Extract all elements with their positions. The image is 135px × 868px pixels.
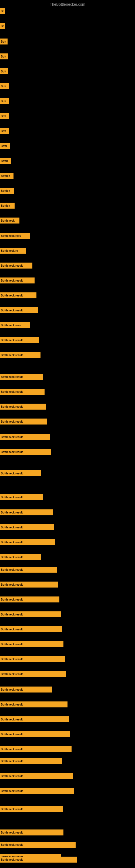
bar-item: Bottleneck resu: [0, 322, 30, 328]
bar-item: Bottleneck result: [0, 731, 70, 737]
bar-item: Bottleneck result: [0, 611, 61, 617]
bar-label: Bottlen: [1, 204, 10, 207]
bar-label: Bottleneck result: [1, 436, 23, 439]
bars-container: [0, 5, 135, 8]
bar-label: Bottleneck result: [1, 658, 23, 661]
bar-label: Bottleneck result: [1, 375, 23, 378]
bar-label: Bottleneck result: [1, 405, 23, 408]
bar-item: Bottleneck result: [0, 626, 62, 632]
bar-label: Bo: [1, 25, 4, 28]
bar-item: Bottleneck result: [0, 686, 52, 692]
bar-item: Bottleneck result: [0, 494, 43, 500]
bar-item: Bott: [0, 68, 8, 74]
bar-label: Bottleneck result: [1, 613, 23, 616]
bar-label: Bottleneck result: [1, 390, 23, 393]
bar-label: Bottleneck result: [1, 808, 23, 811]
bar-item: Bottleneck result: [0, 596, 59, 602]
bar-item: Bottleneck result: [0, 524, 54, 530]
bar-item: Bottleneck result: [0, 788, 74, 794]
bar-label: Bottleneck result: [1, 294, 23, 297]
bar-item: Bottleneck result: [0, 641, 63, 647]
bar-label: Bottleneck resu: [1, 235, 21, 237]
bar-label: Bottleneck result: [1, 309, 23, 312]
bar-item: Bottleneck result: [0, 449, 51, 455]
bar-label: Bottleneck result: [1, 279, 23, 282]
bar-label: Bottleneck result: [1, 688, 23, 691]
bar-item: Bottleneck result: [0, 292, 37, 299]
bar-label: Bottleneck: [1, 219, 14, 222]
bar-label: Bottleneck result: [1, 789, 23, 793]
bar-item: Bottleneck result: [0, 656, 65, 662]
bar-label: Bottleneck result: [1, 451, 23, 454]
bar-label: Bottleneck result: [1, 748, 23, 751]
bar-label: Bottleneck result: [1, 526, 23, 529]
bar-label: Bottleneck result: [1, 496, 23, 499]
bar-item: Bo: [0, 23, 5, 29]
bar-label: Bottleneck result: [1, 420, 23, 423]
bar-item: Bottleneck result: [0, 404, 46, 410]
bar-label: Bott: [1, 130, 6, 133]
bar-label: Bottleneck result: [1, 583, 23, 586]
bar-item: Bottleneck result: [0, 758, 62, 764]
bar-label: Bottleneck result: [1, 703, 23, 706]
bar-item: Bottleneck result: [0, 746, 72, 752]
bar-label: Bottleneck result: [1, 541, 23, 544]
bar-label: Bottleneck result: [1, 733, 23, 736]
bar-label: Bott: [1, 85, 6, 88]
bar-label: Bottle: [1, 159, 8, 162]
bar-item: Bottleneck result: [0, 702, 68, 707]
bar-item: Bottleneck result: [0, 554, 41, 560]
bar-label: Bottleneck result: [1, 568, 23, 571]
bar-label: Bottleneck re: [1, 249, 18, 252]
bar-label: Bottleneck result: [1, 858, 23, 861]
bar-item: Bottleneck result: [0, 262, 32, 269]
bar-item: Bottleneck result: [0, 470, 41, 476]
bar-item: Bott: [0, 38, 8, 44]
bar-label: Bottleneck result: [1, 264, 23, 267]
bar-item: Bottleneck result: [0, 671, 66, 677]
bar-item: Bottleneck resu: [0, 233, 30, 239]
bar-label: Bottleneck result: [1, 843, 23, 846]
bar-item: Bottleneck result: [0, 337, 39, 343]
bar-label: Bottleneck resu: [1, 324, 21, 327]
bar-label: Bott: [1, 100, 6, 103]
bar-item: Bottleneck result: [0, 806, 63, 812]
bar-label: Bott: [1, 70, 6, 73]
bar-label: Bottleneck result: [1, 511, 23, 514]
bar-item: Bottleneck result: [0, 434, 50, 440]
bar-item: Bottleneck: [0, 218, 19, 223]
bar-item: Bott: [0, 83, 9, 89]
bar-item: Bott: [0, 128, 9, 134]
bar-label: Bott: [1, 115, 6, 118]
bar-item: Bottleneck result: [0, 567, 57, 572]
bar-item: Bott: [0, 54, 8, 59]
bar-label: Bottleneck result: [1, 775, 23, 778]
bar-label: Bottlen: [1, 189, 10, 192]
bar-label: Bottleneck result: [1, 339, 23, 342]
bar-item: Bottl: [0, 143, 10, 149]
bar-label: Bott: [1, 55, 6, 58]
bar-item: Bottleneck result: [0, 389, 45, 395]
bar-item: Bottleneck result: [0, 374, 43, 380]
bar-item: Bottleneck result: [0, 716, 69, 722]
bar-item: Bottleneck result: [0, 582, 58, 588]
bar-item: Bottlen: [0, 203, 14, 209]
bar-item: Bottleneck result: [0, 830, 63, 835]
bar-item: Bottleneck result: [0, 278, 35, 283]
bar-item: Bottle: [0, 158, 11, 164]
bar-label: Bottleneck result: [1, 556, 23, 559]
bar-label: Bottl: [1, 145, 7, 148]
bar-item: Bottleneck result: [0, 539, 55, 545]
bar-item: Bott: [0, 98, 9, 104]
bar-item: Bottleneck result: [0, 418, 47, 425]
bar-label: Bottleneck result: [1, 718, 23, 721]
bar-item: Bottleneck result: [0, 857, 77, 863]
bar-item: Bottleneck re: [0, 248, 26, 254]
bar-label: Bottleneck result: [1, 354, 23, 357]
bar-item: Bottleneck result: [0, 509, 53, 516]
bar-label: Bo: [1, 10, 4, 13]
bar-label: Bottleneck result: [1, 598, 23, 601]
bar-label: Bottleneck result: [1, 673, 23, 676]
bar-label: Bottleneck result: [1, 472, 23, 475]
bar-item: Bottlen: [0, 173, 13, 179]
